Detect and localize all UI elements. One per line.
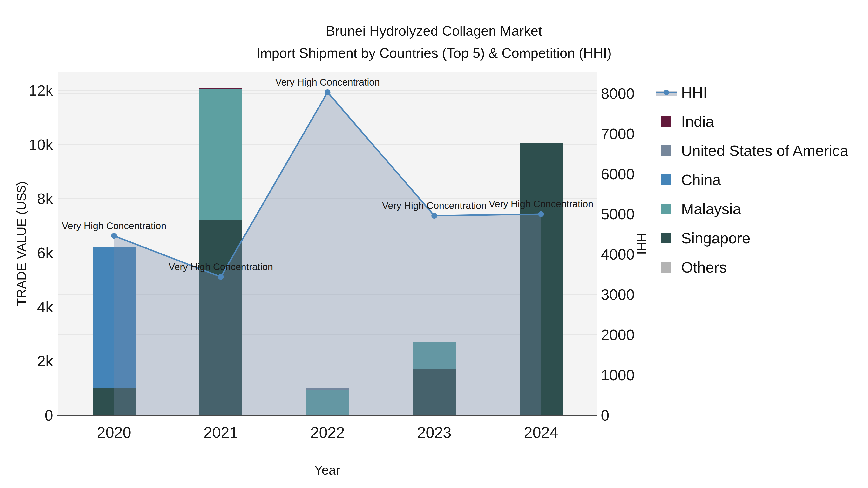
chart-title-line1: Brunei Hydrolyzed Collagen Market [0, 20, 868, 42]
legend-label: Others [681, 259, 727, 276]
right-tick-8000: 8000 [601, 85, 634, 102]
hhi-marker-2021[interactable] [218, 274, 224, 280]
legend-label: Singapore [681, 229, 750, 247]
legend-item-india[interactable]: India [656, 107, 848, 136]
annotation-2020: Very High Concentration [62, 220, 166, 231]
left-tick-0: 0 [0, 406, 53, 424]
right-tick-3000: 3000 [601, 286, 634, 303]
legend-item-others[interactable]: Others [656, 253, 848, 282]
chart-title: Brunei Hydrolyzed Collagen Market Import… [0, 20, 868, 64]
x-axis-line [57, 415, 597, 416]
right-tick-6000: 6000 [601, 165, 634, 183]
left-tick-12k: 12k [0, 82, 53, 99]
legend-label: Malaysia [681, 200, 741, 218]
right-tick-0: 0 [601, 406, 609, 424]
figure: Brunei Hydrolyzed Collagen Market Import… [0, 0, 868, 488]
legend-color-swatch [661, 262, 672, 272]
chart-title-line2: Import Shipment by Countries (Top 5) & C… [0, 42, 868, 64]
legend-swatch-icon [656, 172, 677, 187]
left-tick-2k: 2k [0, 352, 53, 370]
y-axis-title-left: TRADE VALUE (US$) [14, 181, 29, 306]
legend-color-swatch [661, 116, 672, 127]
right-tick-7000: 7000 [601, 125, 634, 142]
right-tick-2000: 2000 [601, 326, 634, 344]
hhi-area-fill [114, 92, 541, 415]
x-tick-2022: 2022 [310, 424, 345, 442]
legend-swatch-icon [656, 114, 677, 129]
legend-label: United States of America [681, 142, 848, 159]
x-tick-2023: 2023 [417, 424, 452, 442]
legend-item-china[interactable]: China [656, 165, 848, 194]
legend-item-hhi[interactable]: HHI [656, 77, 848, 107]
legend-swatch-icon [656, 260, 677, 274]
right-tick-4000: 4000 [601, 246, 634, 263]
legend-item-united-states-of-america[interactable]: United States of America [656, 136, 848, 165]
legend-label: India [681, 113, 714, 130]
annotation-2022: Very High Concentration [275, 77, 380, 88]
annotation-2023: Very High Concentration [382, 200, 487, 211]
legend-color-swatch [661, 174, 672, 185]
legend-label: China [681, 171, 721, 189]
legend-swatch-icon [656, 202, 677, 216]
y-axis-title-right: HHI [634, 233, 649, 255]
left-tick-10k: 10k [0, 136, 53, 153]
legend-swatch-icon [656, 143, 677, 158]
legend: HHIIndiaUnited States of AmericaChinaMal… [656, 77, 848, 282]
legend-color-swatch [661, 204, 672, 214]
legend-line-symbol [656, 85, 677, 100]
legend-color-swatch [661, 145, 672, 156]
x-tick-2024: 2024 [524, 424, 558, 442]
legend-item-singapore[interactable]: Singapore [656, 223, 848, 253]
x-axis-title: Year [314, 463, 340, 478]
plot-area: Very High ConcentrationVery High Concent… [58, 72, 597, 415]
hhi-marker-2024[interactable] [538, 211, 544, 217]
legend-swatch-icon [656, 231, 677, 245]
annotation-2024: Very High Concentration [489, 199, 593, 209]
legend-color-swatch [661, 233, 672, 243]
hhi-marker-2023[interactable] [431, 213, 437, 219]
x-tick-2021: 2021 [204, 424, 238, 442]
hhi-marker-2020[interactable] [111, 233, 117, 239]
annotation-2021: Very High Concentration [168, 261, 273, 272]
right-tick-1000: 1000 [601, 366, 634, 384]
x-tick-2020: 2020 [97, 424, 131, 442]
hhi-marker-2022[interactable] [325, 89, 331, 95]
legend-item-malaysia[interactable]: Malaysia [656, 194, 848, 223]
hhi-line-layer [58, 72, 597, 415]
right-tick-5000: 5000 [601, 205, 634, 223]
legend-hhi-marker [663, 90, 669, 95]
legend-label: HHI [681, 84, 707, 101]
